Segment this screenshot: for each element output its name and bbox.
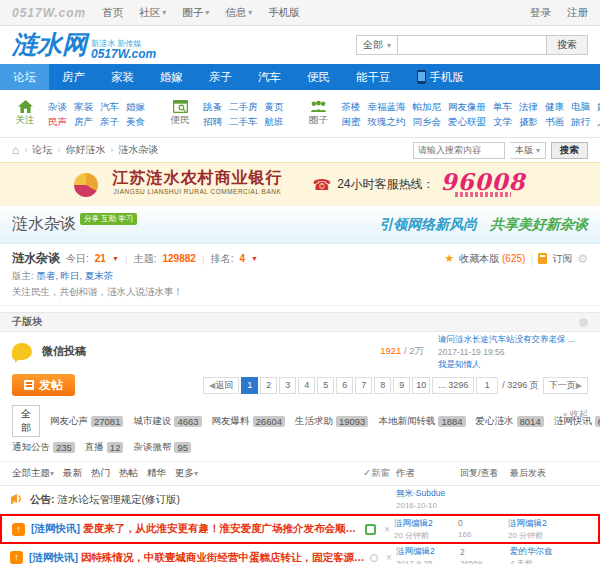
lastpost-user-link[interactable]: 涟网编辑2 bbox=[508, 518, 586, 529]
nav-item-nengandou[interactable]: 能干豆 bbox=[343, 64, 404, 90]
filter-tab[interactable]: 城市建设4663 bbox=[133, 415, 201, 428]
page-button[interactable]: 4 bbox=[298, 377, 315, 394]
site-search-input[interactable] bbox=[397, 35, 547, 55]
new-window-toggle[interactable]: ✓新窗 bbox=[363, 467, 390, 480]
filter-tab[interactable]: 网友心声27081 bbox=[50, 415, 123, 428]
quicklink[interactable]: 健康 bbox=[545, 99, 564, 114]
quicklink[interactable]: 婚嫁 bbox=[126, 99, 145, 114]
nav-item-mobile[interactable]: 手机版 bbox=[404, 64, 478, 90]
page-jump-input[interactable] bbox=[476, 377, 498, 394]
page-button[interactable]: 3 bbox=[279, 377, 296, 394]
quicklink[interactable]: 汽车 bbox=[100, 99, 119, 114]
sort-more-dropdown[interactable]: 更多▾ bbox=[175, 467, 198, 480]
quicklink[interactable]: 法律 bbox=[519, 99, 538, 114]
collapse-icon[interactable] bbox=[579, 318, 588, 327]
quicklink[interactable]: 跳蚤 bbox=[203, 99, 222, 114]
author-link[interactable]: 涟网编辑2 bbox=[396, 546, 460, 557]
filter-tab[interactable]: 直播12 bbox=[85, 441, 124, 454]
collapse-filters-button[interactable]: « 收起 bbox=[563, 408, 588, 421]
sort-hot-posts[interactable]: 热帖 bbox=[119, 467, 138, 480]
nav-item-convenience[interactable]: 便民 bbox=[294, 64, 343, 90]
quicklink[interactable]: 玫瑰之约 bbox=[368, 114, 406, 129]
banner-ad[interactable]: 江苏涟水农村商业银行 JIANGSU LIANSHUI RURAL COMMER… bbox=[0, 162, 600, 206]
author-link[interactable]: 涟网编辑2 bbox=[394, 518, 458, 529]
quicklink[interactable]: 文学 bbox=[493, 114, 512, 129]
breadcrumb-board[interactable]: 涟水杂谈 bbox=[118, 143, 158, 157]
all-topics-dropdown[interactable]: 全部主题▾ bbox=[12, 467, 54, 480]
page-button[interactable]: 9 bbox=[393, 377, 410, 394]
collect-board-button[interactable]: 收藏本版 (625) bbox=[459, 252, 525, 266]
filter-tab[interactable]: 爱心涟水8014 bbox=[476, 415, 544, 428]
moderator-links[interactable]: 墨者, 昨日, 夏末茶 bbox=[36, 270, 113, 281]
page-button[interactable]: 6 bbox=[336, 377, 353, 394]
gear-icon[interactable]: ⚙ bbox=[577, 252, 588, 266]
lastpost-user-link[interactable]: 爱的华尔兹 bbox=[510, 546, 588, 557]
lastpost-user-link[interactable]: 我是知情人 bbox=[438, 358, 588, 370]
sort-newest[interactable]: 最新 bbox=[63, 467, 82, 480]
author-link[interactable]: 無米·Subdue bbox=[396, 488, 460, 499]
quicklink[interactable]: 摄影 bbox=[519, 114, 538, 129]
quicklink[interactable]: 爱心联盟 bbox=[448, 114, 486, 129]
next-page-button[interactable]: 下一页▶ bbox=[543, 377, 588, 394]
lastpost-title-link[interactable]: 请问涟水长途汽车站没有交养老保 ... bbox=[438, 333, 588, 345]
page-button[interactable]: 10 bbox=[412, 377, 430, 394]
topbar-link-home[interactable]: 首页 bbox=[102, 6, 123, 20]
site-search-button[interactable]: 搜索 bbox=[547, 35, 588, 55]
nav-item-homedecor[interactable]: 家装 bbox=[98, 64, 147, 90]
board-search-scope[interactable]: 本版 ▾ bbox=[510, 142, 546, 159]
board-search-input[interactable] bbox=[413, 142, 505, 159]
nav-item-parenting[interactable]: 亲子 bbox=[196, 64, 245, 90]
quicklink[interactable]: 黄页 bbox=[265, 99, 284, 114]
register-link[interactable]: 注册 bbox=[567, 6, 588, 20]
quicklink[interactable]: 二手车 bbox=[229, 114, 258, 129]
close-icon[interactable]: × bbox=[382, 552, 396, 563]
subforum-link[interactable]: 微信投稿 bbox=[42, 344, 86, 359]
back-button[interactable]: ◀返回 bbox=[203, 377, 239, 394]
board-search-button[interactable]: 搜索 bbox=[551, 142, 588, 159]
subscribe-button[interactable]: 订阅 bbox=[552, 252, 572, 266]
page-button[interactable]: 7 bbox=[355, 377, 372, 394]
nav-item-auto[interactable]: 汽车 bbox=[245, 64, 294, 90]
quicklink-minsheng[interactable]: 民声 bbox=[48, 114, 67, 129]
filter-tab[interactable]: 通知公告235 bbox=[12, 441, 75, 454]
quicklink[interactable]: 帕加尼 bbox=[413, 99, 442, 114]
quicklink[interactable]: 二手房 bbox=[229, 99, 258, 114]
home-icon[interactable]: ⌂ bbox=[12, 143, 19, 157]
quicklink[interactable]: 茶楼 bbox=[342, 99, 361, 114]
quicklink[interactable]: 单车 bbox=[493, 99, 512, 114]
nav-item-wedding[interactable]: 婚嫁 bbox=[147, 64, 196, 90]
quicklink[interactable]: 网友像册 bbox=[448, 99, 486, 114]
quicklink[interactable]: 航班 bbox=[265, 114, 284, 129]
nav-item-forum[interactable]: 论坛 bbox=[0, 64, 49, 90]
quicklink[interactable]: 亲子 bbox=[100, 114, 119, 129]
topbar-link-info[interactable]: 信息▾ bbox=[225, 6, 252, 20]
sort-hot[interactable]: 热门 bbox=[91, 467, 110, 480]
quicklink[interactable]: 电脑 bbox=[571, 99, 590, 114]
thread-tag[interactable]: [涟网快讯] bbox=[29, 551, 78, 564]
quicklink[interactable]: 旅行 bbox=[571, 114, 590, 129]
quicklink[interactable]: 幸福蓝海 bbox=[368, 99, 406, 114]
quicklink[interactable]: 杂谈 bbox=[48, 99, 67, 114]
thread-title-link[interactable]: 涟水论坛管理规定(修订版) bbox=[58, 493, 181, 507]
topbar-link-community[interactable]: 社区▾ bbox=[139, 6, 166, 20]
breadcrumb-category[interactable]: 你好涟水 bbox=[65, 143, 105, 157]
close-icon[interactable]: × bbox=[380, 524, 394, 535]
nav-item-realestate[interactable]: 房产 bbox=[49, 64, 98, 90]
filter-tab[interactable]: 生活求助19093 bbox=[295, 415, 368, 428]
page-button-current[interactable]: 1 bbox=[241, 377, 258, 394]
page-button[interactable]: 5 bbox=[317, 377, 334, 394]
login-link[interactable]: 登录 bbox=[530, 6, 551, 20]
site-logo[interactable]: 涟水网 新涟水 新传媒 0517W.com bbox=[12, 30, 156, 60]
new-post-button[interactable]: 发帖 bbox=[12, 374, 75, 396]
topbar-link-mobile[interactable]: 手机版 bbox=[268, 6, 300, 20]
thread-tag[interactable]: [涟网快讯] bbox=[31, 522, 80, 536]
filter-tab[interactable]: 杂谈微帮95 bbox=[133, 441, 191, 454]
quicklink[interactable]: 美食 bbox=[126, 114, 145, 129]
sort-digest[interactable]: 精华 bbox=[147, 467, 166, 480]
filter-tab[interactable]: 网友爆料26604 bbox=[212, 415, 285, 428]
site-domain-logo[interactable]: 0517W.com bbox=[12, 6, 86, 20]
quicklink[interactable]: 房产 bbox=[74, 114, 93, 129]
thread-title-link[interactable]: 因特殊情况，中联壹城商业街经营中蛋糕店转让，固定客源接手就经营 bbox=[81, 551, 367, 564]
quicklink[interactable]: 家装 bbox=[74, 99, 93, 114]
page-button[interactable]: 8 bbox=[374, 377, 391, 394]
